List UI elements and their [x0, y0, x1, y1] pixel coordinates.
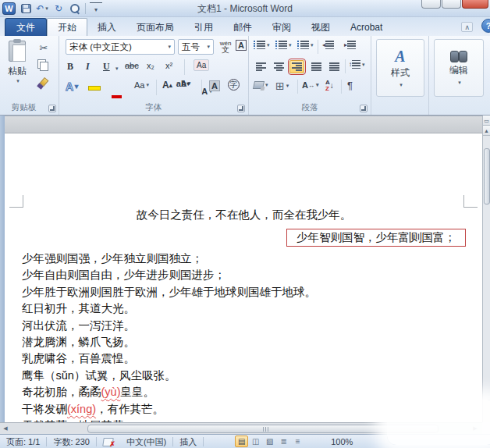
zoom-level[interactable]: 100%	[325, 436, 359, 447]
multilevel-dropdown-icon[interactable]: ▾	[311, 42, 314, 48]
decrease-indent-button[interactable]: ◂	[322, 41, 334, 49]
collapse-ribbon-icon[interactable]: ∧	[461, 22, 473, 32]
shrink-font-button[interactable]: A▾	[181, 80, 190, 88]
outline-view-button[interactable]: ≣	[277, 436, 290, 447]
font-size-dropdown-icon[interactable]: ▾	[207, 44, 210, 50]
document-line[interactable]: 红日初升，其道大光。	[22, 300, 466, 317]
document-line[interactable]: 鹰隼（sǔn）试翼，风尘吸张。	[22, 368, 466, 384]
document-line[interactable]: 少年自由则国自由，少年进步则国进步；	[22, 267, 466, 283]
document-line[interactable]: 少年智则国智，少年富则国富；	[22, 229, 466, 249]
clipboard-dialog-launcher[interactable]	[48, 105, 56, 112]
borders-dropdown-icon[interactable]: ▾	[286, 83, 289, 89]
tab-mailings[interactable]: 邮件	[223, 19, 262, 36]
editing-dropdown-icon[interactable]: ▾	[458, 80, 461, 86]
language-indicator[interactable]: 中文(中国)	[120, 436, 172, 447]
font-size-combobox[interactable]: 五号▾	[178, 39, 214, 55]
document-line[interactable]: 少年强则国强，少年独立则国独立；	[22, 251, 466, 267]
text-effects-dropdown-icon[interactable]: ▾	[75, 84, 78, 90]
tab-home[interactable]: 开始	[47, 18, 87, 36]
editing-button[interactable]: 编辑 ▾	[434, 39, 484, 97]
align-left-button[interactable]	[254, 60, 268, 73]
paste-dropdown-icon[interactable]: ▾	[16, 78, 20, 84]
align-center-button[interactable]	[272, 60, 286, 73]
subscript-button[interactable]: x₂	[147, 61, 154, 70]
sort-button[interactable]: AZ↓	[325, 80, 334, 92]
change-case-dropdown-icon[interactable]: ▾	[146, 82, 149, 88]
minimize-button[interactable]	[421, 0, 441, 9]
distribute-button[interactable]	[327, 60, 342, 73]
enclose-characters-button[interactable]: 字	[228, 79, 240, 91]
tab-insert[interactable]: 插入	[87, 19, 126, 36]
phonetic-guide-button[interactable]: wén文	[217, 38, 234, 55]
fullscreen-reading-view-button[interactable]: ◫	[249, 436, 262, 447]
superscript-button[interactable]: x²	[165, 61, 172, 70]
tab-review[interactable]: 审阅	[262, 19, 301, 36]
paste-button[interactable]: 粘贴 ▾	[3, 39, 31, 97]
shading-button[interactable]: ▾	[254, 81, 268, 89]
close-button[interactable]	[462, 0, 488, 9]
maximize-button[interactable]	[442, 0, 461, 9]
bullets-dropdown-icon[interactable]: ▾	[267, 42, 270, 48]
document-line[interactable]: 故今日之责任，不在他人，而全在我少年。	[22, 207, 466, 229]
page-indicator[interactable]: 页面: 1/1	[0, 436, 46, 447]
document-line[interactable]: 潜龙腾渊，鳞爪飞扬。	[22, 334, 466, 350]
italic-button[interactable]: I	[86, 61, 90, 73]
line-spacing-button[interactable]: ↕▾	[349, 60, 365, 69]
proofing-errors-icon[interactable]	[103, 437, 114, 446]
scroll-up-button[interactable]: ▲	[483, 126, 490, 136]
cut-button[interactable]: ✂	[36, 41, 51, 55]
help-button[interactable]: ?	[481, 19, 490, 33]
bullets-button[interactable]: ▾	[254, 41, 270, 49]
tab-view[interactable]: 视图	[301, 19, 340, 36]
document-page[interactable]: 故今日之责任，不在他人，而全在我少年。少年智则国智，少年富则国富；少年强则国强，…	[5, 133, 482, 422]
underline-dropdown-icon[interactable]: ▾	[115, 66, 119, 72]
draft-view-button[interactable]: ≡	[291, 436, 304, 447]
multilevel-list-button[interactable]: ▾	[297, 41, 314, 49]
document-line[interactable]: 乳虎啸谷，百兽震惶。	[22, 350, 466, 367]
shading-dropdown-icon[interactable]: ▾	[265, 82, 268, 88]
styles-button[interactable]: A 样式 ▾	[376, 39, 424, 97]
asian-layout-button[interactable]: A↔▾	[302, 80, 318, 90]
paragraph-dialog-launcher[interactable]	[360, 105, 368, 112]
vertical-scrollbar[interactable]: ▭ ▲	[482, 116, 490, 422]
document-line[interactable]: 少年胜于欧洲则国胜于欧洲，少年雄于地球则国雄于地球。	[22, 284, 466, 300]
document-line[interactable]: 奇花初胎，矞矞(yù)皇皇。	[22, 384, 466, 400]
font-name-combobox[interactable]: 宋体 (中文正文)▾	[66, 39, 175, 55]
numbering-dropdown-icon[interactable]: ▾	[289, 42, 292, 48]
tab-acrobat[interactable]: Acrobat	[340, 19, 392, 36]
strikethrough-button[interactable]: abc	[125, 61, 139, 70]
justify-button[interactable]	[309, 60, 324, 73]
tab-references[interactable]: 引用	[184, 19, 223, 36]
line-spacing-dropdown-icon[interactable]: ▾	[362, 62, 365, 68]
insert-mode-indicator[interactable]: 插入	[173, 436, 203, 447]
font-dialog-launcher[interactable]	[237, 105, 245, 112]
increase-indent-button[interactable]: ▸	[344, 41, 356, 49]
clear-formatting-button[interactable]: Aa	[194, 59, 209, 71]
character-shading-button[interactable]: A	[209, 80, 220, 91]
numbering-button[interactable]: ▾	[275, 41, 292, 49]
show-hide-marks-button[interactable]: ¶	[347, 80, 353, 91]
underline-button[interactable]: U	[103, 61, 110, 73]
borders-button[interactable]: ⊞▾	[275, 80, 289, 92]
copy-button[interactable]	[37, 59, 47, 69]
change-case-button[interactable]: Aa▾	[134, 80, 149, 90]
tab-file[interactable]: 文件	[5, 18, 47, 36]
styles-dropdown-icon[interactable]: ▾	[399, 82, 403, 88]
asian-layout-dropdown-icon[interactable]: ▾	[316, 82, 319, 88]
document-line[interactable]: 河出伏流，一泻汪洋。	[22, 318, 466, 334]
vertical-scroll-thumb[interactable]	[484, 148, 490, 204]
character-border-button[interactable]: A	[236, 40, 247, 51]
format-painter-button[interactable]	[37, 78, 48, 88]
text-effects-button[interactable]: A▾	[66, 80, 78, 93]
scroll-left-button[interactable]: ◀	[0, 423, 11, 434]
font-name-dropdown-icon[interactable]: ▾	[168, 44, 171, 50]
bold-button[interactable]: B	[67, 61, 73, 73]
web-layout-view-button[interactable]: ▧	[263, 436, 276, 447]
align-right-button[interactable]	[289, 60, 304, 73]
grow-font-button[interactable]: A▴	[162, 80, 172, 91]
word-count[interactable]: 字数: 230	[47, 436, 95, 447]
horizontal-scroll-thumb[interactable]	[87, 425, 439, 433]
tab-page-layout[interactable]: 页面布局	[126, 19, 184, 36]
print-layout-view-button[interactable]: ▤	[235, 436, 248, 447]
ruler-toggle-button[interactable]: ▭	[483, 116, 490, 126]
